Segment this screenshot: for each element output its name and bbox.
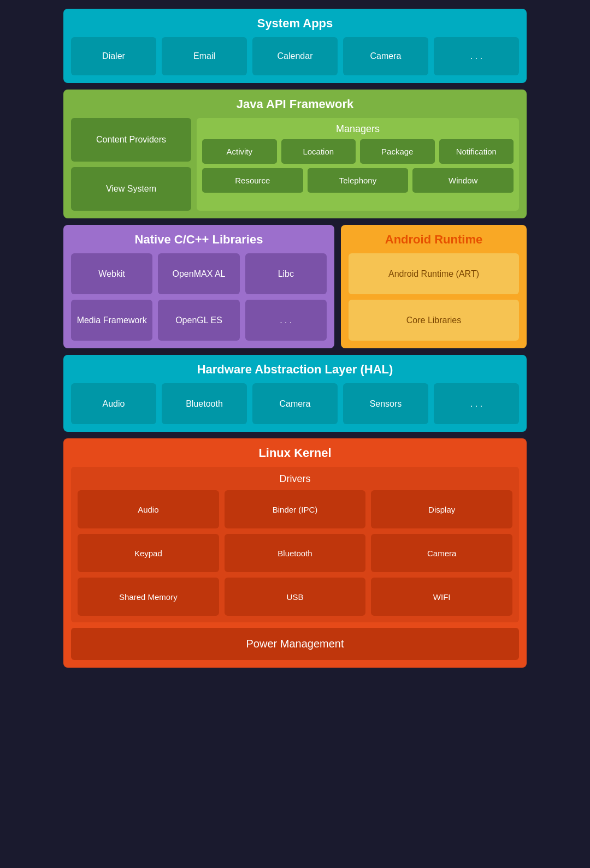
native-runtime-row: Native C/C++ Libraries Webkit OpenMAX AL… bbox=[63, 225, 527, 348]
window-cell: Window bbox=[412, 168, 514, 193]
native-libs-layer: Native C/C++ Libraries Webkit OpenMAX AL… bbox=[63, 225, 334, 348]
hal-title: Hardware Abstraction Layer (HAL) bbox=[71, 362, 519, 377]
hal-camera-cell: Camera bbox=[252, 383, 338, 424]
resource-cell: Resource bbox=[202, 168, 303, 193]
java-api-layer: Java API Framework Content Providers Vie… bbox=[63, 90, 527, 218]
more-cell: . . . bbox=[434, 37, 519, 75]
email-cell: Email bbox=[162, 37, 247, 75]
native-libs-title: Native C/C++ Libraries bbox=[71, 233, 327, 247]
drivers-title: Drivers bbox=[78, 473, 512, 485]
opengl-cell: OpenGL ES bbox=[158, 300, 239, 341]
hal-more-cell: . . . bbox=[434, 383, 519, 424]
power-management-bar: Power Management bbox=[71, 628, 519, 660]
native-more-cell: . . . bbox=[245, 300, 327, 341]
art-cell: Android Runtime (ART) bbox=[349, 253, 519, 294]
hal-bluetooth-cell: Bluetooth bbox=[162, 383, 247, 424]
linux-kernel-layer: Linux Kernel Drivers Audio Binder (IPC) … bbox=[63, 438, 527, 668]
java-api-title: Java API Framework bbox=[71, 97, 519, 111]
drivers-box: Drivers Audio Binder (IPC) Display Keypa… bbox=[71, 467, 519, 622]
hal-cells: Audio Bluetooth Camera Sensors . . . bbox=[71, 383, 519, 424]
system-apps-layer: System Apps Dialer Email Calendar Camera… bbox=[63, 9, 527, 83]
java-api-left: Content Providers View System bbox=[71, 118, 191, 211]
dialer-cell: Dialer bbox=[71, 37, 156, 75]
linux-kernel-title: Linux Kernel bbox=[71, 446, 519, 460]
driver-bluetooth-cell: Bluetooth bbox=[225, 534, 366, 572]
driver-display-cell: Display bbox=[371, 490, 512, 528]
managers-row2: Resource Telephony Window bbox=[202, 168, 514, 193]
drivers-grid: Audio Binder (IPC) Display Keypad Blueto… bbox=[78, 490, 512, 616]
calendar-cell: Calendar bbox=[252, 37, 338, 75]
driver-keypad-cell: Keypad bbox=[78, 534, 219, 572]
java-api-inner: Content Providers View System Managers A… bbox=[71, 118, 519, 211]
hal-audio-cell: Audio bbox=[71, 383, 156, 424]
telephony-cell: Telephony bbox=[308, 168, 409, 193]
android-runtime-title: Android Runtime bbox=[349, 233, 519, 247]
managers-row1: Activity Location Package Notification bbox=[202, 139, 514, 164]
driver-camera-cell: Camera bbox=[371, 534, 512, 572]
activity-cell: Activity bbox=[202, 139, 277, 164]
managers-box: Managers Activity Location Package Notif… bbox=[197, 118, 519, 211]
native-libs-grid: Webkit OpenMAX AL Libc Media Framework O… bbox=[71, 253, 327, 341]
camera-cell: Camera bbox=[343, 37, 428, 75]
webkit-cell: Webkit bbox=[71, 253, 152, 294]
package-cell: Package bbox=[360, 139, 435, 164]
media-framework-cell: Media Framework bbox=[71, 300, 152, 341]
system-apps-title: System Apps bbox=[71, 16, 519, 31]
driver-wifi-cell: WIFI bbox=[371, 578, 512, 616]
core-libraries-cell: Core Libraries bbox=[349, 300, 519, 341]
driver-usb-cell: USB bbox=[225, 578, 366, 616]
notification-cell: Notification bbox=[439, 139, 514, 164]
location-cell: Location bbox=[281, 139, 356, 164]
view-system-cell: View System bbox=[71, 167, 191, 211]
driver-shared-memory-cell: Shared Memory bbox=[78, 578, 219, 616]
hal-sensors-cell: Sensors bbox=[343, 383, 428, 424]
managers-title: Managers bbox=[202, 123, 514, 135]
libc-cell: Libc bbox=[245, 253, 327, 294]
content-providers-cell: Content Providers bbox=[71, 118, 191, 162]
android-runtime-layer: Android Runtime Android Runtime (ART) Co… bbox=[341, 225, 527, 348]
system-apps-cells: Dialer Email Calendar Camera . . . bbox=[71, 37, 519, 75]
driver-audio-cell: Audio bbox=[78, 490, 219, 528]
openmax-cell: OpenMAX AL bbox=[158, 253, 239, 294]
driver-binder-cell: Binder (IPC) bbox=[225, 490, 366, 528]
hal-layer: Hardware Abstraction Layer (HAL) Audio B… bbox=[63, 355, 527, 432]
